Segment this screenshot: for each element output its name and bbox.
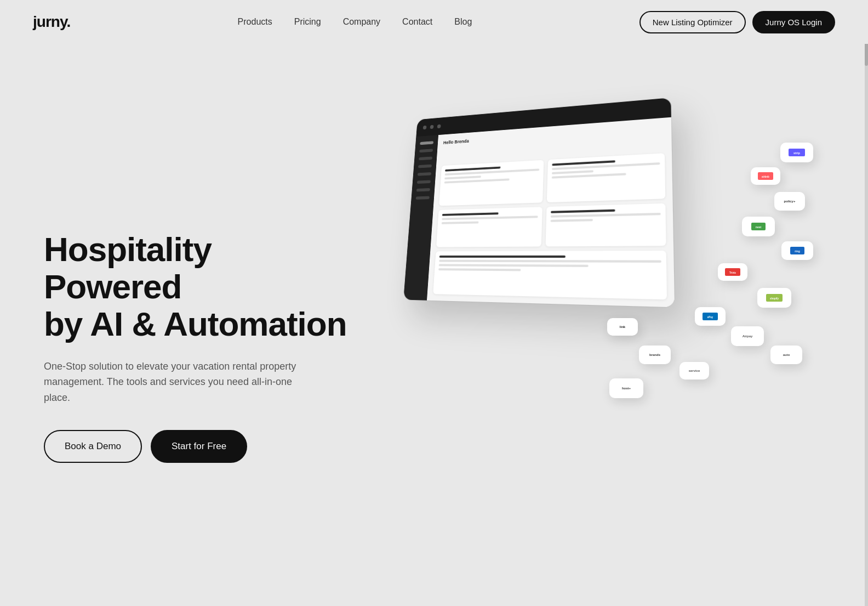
scrollbar[interactable]	[865, 0, 868, 606]
sidebar-item-5	[418, 172, 431, 176]
svg-rect-0	[789, 149, 805, 156]
integration-chip-host: host+	[609, 378, 643, 398]
dash-card-line	[552, 170, 593, 174]
sidebar-item-6	[417, 180, 431, 184]
svg-text:nest: nest	[756, 225, 762, 229]
svg-text:Trivia: Trivia	[729, 271, 736, 274]
svg-rect-10	[766, 294, 783, 302]
dash-card-line	[442, 222, 479, 224]
dash-card-line	[551, 213, 661, 218]
svg-text:shopify: shopify	[770, 297, 779, 300]
svg-rect-8	[725, 268, 740, 276]
integration-chip-trivia: Trivia	[718, 263, 747, 281]
dash-card-line	[438, 268, 521, 271]
sidebar-item-8	[416, 196, 430, 200]
dash-card-3	[436, 207, 542, 247]
sidebar-item-1	[420, 141, 433, 145]
dash-card-2	[547, 153, 665, 202]
integration-chip-nest: nest	[742, 217, 775, 236]
svg-rect-6	[790, 247, 804, 254]
svg-text:airbnb: airbnb	[762, 175, 769, 178]
svg-text:strip: strip	[793, 151, 801, 155]
nav-products[interactable]: Products	[238, 17, 272, 26]
hero-title: Hospitality Powered by AI & Automation	[44, 231, 351, 343]
integration-chip-link: link	[607, 318, 638, 336]
dash-card-line	[442, 212, 499, 216]
dash-header-dot-3	[437, 124, 441, 129]
dash-card-line	[444, 175, 481, 179]
svg-rect-12	[703, 313, 718, 320]
hero-subtitle: One-Stop solution to elevate your vacati…	[44, 359, 307, 406]
dash-card-wide	[433, 251, 667, 299]
sidebar-item-4	[418, 165, 432, 168]
dash-card-line	[439, 260, 661, 263]
nav-blog[interactable]: Blog	[454, 17, 472, 26]
hero-visual: Hello Brenda	[351, 77, 835, 606]
dash-card-line	[551, 209, 615, 213]
dash-card-line	[552, 173, 626, 178]
sidebar-item-3	[419, 156, 432, 160]
integration-chip-service: service	[679, 362, 709, 380]
dash-card-line	[439, 256, 566, 258]
hero-buttons: Book a Demo Start for Free	[44, 430, 351, 463]
logo-text: jurny.	[33, 13, 70, 31]
dash-card-4	[546, 203, 666, 247]
integration-chip-airbnb: airbnb	[751, 167, 780, 185]
dash-card-line	[439, 264, 589, 267]
svg-text:ring: ring	[795, 250, 800, 253]
integration-chip-shopify: shopify	[757, 288, 791, 308]
svg-rect-4	[751, 223, 766, 230]
start-free-button[interactable]: Start for Free	[151, 430, 247, 463]
integration-chip-airpay: Airpay	[731, 326, 764, 346]
hero-section: Hospitality Powered by AI & Automation O…	[0, 44, 868, 606]
dashboard-tablet: Hello Brenda	[403, 98, 675, 307]
nav-company[interactable]: Company	[343, 17, 380, 26]
dash-card-1	[439, 160, 544, 206]
book-demo-button[interactable]: Book a Demo	[44, 430, 142, 463]
sidebar-item-7	[416, 188, 430, 191]
integration-chip-auto: auto	[770, 346, 802, 364]
jurny-os-login-button[interactable]: Jurny OS Login	[752, 11, 835, 33]
integration-chip-ring: ring	[781, 241, 813, 260]
nav-links: Products Pricing Company Contact Blog	[238, 17, 472, 27]
dash-content: Hello Brenda	[427, 117, 675, 308]
nav-pricing[interactable]: Pricing	[294, 17, 321, 26]
svg-text:ePay: ePay	[707, 316, 713, 319]
nav-actions: New Listing Optimizer Jurny OS Login	[639, 11, 835, 33]
integration-chip-policy: policy+	[774, 192, 805, 211]
integration-chip-brands: brands	[639, 346, 671, 364]
dash-header-dot-1	[423, 126, 427, 129]
nav-contact[interactable]: Contact	[402, 17, 432, 26]
dash-card-line	[551, 219, 593, 222]
new-listing-optimizer-button[interactable]: New Listing Optimizer	[639, 11, 746, 33]
integration-chip-epay: ePay	[695, 307, 726, 326]
dash-card-line	[442, 216, 538, 220]
sidebar-item-2	[419, 149, 433, 152]
integration-chip-stripe: strip	[780, 143, 813, 162]
svg-rect-2	[758, 172, 773, 180]
navbar: jurny. Products Pricing Company Contact …	[0, 0, 868, 44]
hero-content: Hospitality Powered by AI & Automation O…	[44, 220, 351, 463]
dash-card-line	[444, 178, 510, 183]
dash-header-dot-2	[430, 125, 434, 129]
logo[interactable]: jurny.	[33, 13, 70, 31]
dashboard-mockup: Hello Brenda	[395, 104, 679, 313]
